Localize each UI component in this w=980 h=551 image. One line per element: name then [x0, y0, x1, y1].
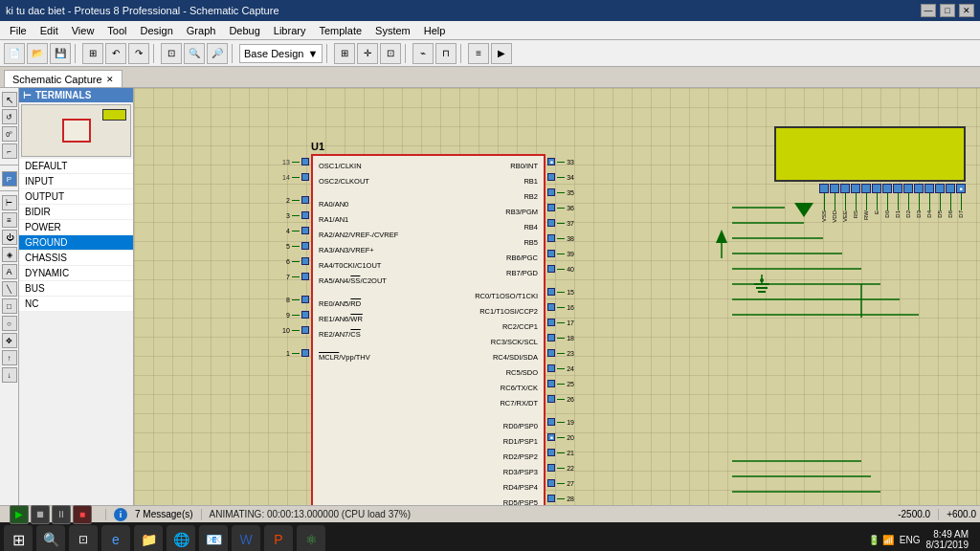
word-pinned[interactable]: W [232, 525, 260, 551]
wire-tool[interactable]: ⌐ [2, 143, 17, 159]
text-tool[interactable]: A [2, 264, 17, 279]
center-btn[interactable]: ✛ [357, 43, 378, 64]
lcd-pins-area: VSS VDD VEE RS RW [819, 184, 966, 223]
down-tool[interactable]: ↓ [2, 367, 17, 383]
zoom-out[interactable]: 🔎 [207, 43, 228, 64]
thumbnail-lcd [102, 109, 126, 121]
route2-btn[interactable]: ⊓ [435, 43, 457, 64]
lcd-pin-d1: D1 [893, 184, 902, 218]
maximize-button[interactable]: □ [940, 4, 955, 17]
pin-rd4: RD4/PSP4 [503, 479, 538, 495]
menu-debug[interactable]: Debug [223, 23, 265, 38]
draw-circle[interactable]: ○ [2, 316, 17, 331]
status-sep-1 [105, 509, 106, 520]
terminal-power[interactable]: POWER [19, 220, 133, 235]
lcd-pin-e: E [872, 184, 881, 214]
zoom-area[interactable]: ⊡ [161, 43, 182, 64]
pin-rb0: RB0/INT [510, 158, 538, 173]
terminal-dynamic[interactable]: DYNAMIC [19, 266, 133, 281]
ic-label: U1 [311, 141, 546, 152]
pause-button[interactable]: ⏸ [52, 505, 71, 524]
menu-file[interactable]: File [4, 23, 33, 38]
move-tool[interactable]: ✥ [2, 333, 17, 348]
tb-sep-5 [405, 44, 409, 63]
menu-help[interactable]: Help [418, 23, 452, 38]
left-tools: ↖ ↺ 0° ⌐ P ⊢ ≡ ⏻ ◈ A ╲ □ ○ ✥ ↑ ↓ [0, 88, 19, 505]
bus-tool[interactable]: ≡ [2, 212, 17, 228]
taskview-button[interactable]: ⊡ [69, 525, 98, 551]
probe-tool[interactable]: ◈ [2, 247, 17, 262]
menu-graph[interactable]: Graph [181, 23, 222, 38]
menu-design[interactable]: Design [135, 23, 179, 38]
zoom-in[interactable]: 🔍 [184, 43, 205, 64]
play-button[interactable]: ▶ [10, 505, 29, 524]
explorer-pinned[interactable]: 📁 [134, 525, 163, 551]
menu-template[interactable]: Template [313, 23, 368, 38]
new-btn[interactable]: 📄 [4, 43, 25, 64]
up-tool[interactable]: ↑ [2, 350, 17, 365]
terminal-bidir[interactable]: BIDIR [19, 205, 133, 220]
pin-rd1: RD1/PSP1 [503, 433, 538, 449]
terminal-chassis[interactable]: CHASSIS [19, 251, 133, 266]
tray-time: 8:49 AM 8/31/2019 [926, 529, 969, 550]
reset-button[interactable]: ■ [73, 505, 92, 524]
undo-btn[interactable]: ↶ [105, 43, 126, 64]
terminals-title: TERMINALS [35, 90, 91, 100]
menu-edit[interactable]: Edit [34, 23, 64, 38]
design-dropdown[interactable]: Base Design ▼ [239, 44, 323, 63]
terminal-tool[interactable]: ⊢ [2, 195, 17, 210]
menu-view[interactable]: View [66, 23, 100, 38]
menu-system[interactable]: System [369, 23, 416, 38]
lcd-pin-vdd: VDD [830, 184, 839, 223]
power-tool[interactable]: ⏻ [2, 230, 17, 245]
terminal-bus[interactable]: BUS [19, 281, 133, 297]
canvas-area[interactable]: U1 OSC1/CLKIN OSC2/CLKOUT RA0/AN0 RA1/AN… [134, 88, 980, 505]
terminal-default[interactable]: DEFAULT [19, 159, 133, 174]
tb-sep-2 [153, 44, 157, 63]
terminal-input[interactable]: INPUT [19, 174, 133, 189]
open-btn[interactable]: 📂 [27, 43, 48, 64]
grid-btn[interactable]: ⊞ [334, 43, 355, 64]
save-btn[interactable]: 💾 [50, 43, 71, 64]
terminal-nc[interactable]: NC [19, 297, 133, 312]
tab-bar: Schematic Capture ✕ [0, 67, 980, 88]
prop-btn[interactable]: ≡ [468, 43, 489, 64]
edge-pinned[interactable]: e [101, 525, 130, 551]
search-button[interactable]: 🔍 [36, 525, 65, 551]
snap-btn[interactable]: ⊡ [380, 43, 401, 64]
pin-ra0: RA0/AN0 [319, 196, 348, 211]
lcd-component [774, 126, 966, 182]
place-component[interactable]: P [2, 171, 17, 187]
app1-pinned[interactable]: 📧 [199, 525, 228, 551]
sim-btn[interactable]: ▶ [491, 43, 512, 64]
app2-pinned[interactable]: P [264, 525, 293, 551]
component-btn[interactable]: ⊞ [82, 43, 103, 64]
redo-btn[interactable]: ↷ [128, 43, 149, 64]
menu-library[interactable]: Library [268, 23, 312, 38]
close-button[interactable]: ✕ [959, 4, 974, 17]
chrome-pinned[interactable]: 🌐 [167, 525, 195, 551]
lcd-pin-vss: VSS [819, 184, 829, 222]
pin-rb4: RB4 [523, 219, 538, 234]
draw-box[interactable]: □ [2, 298, 17, 314]
route-btn[interactable]: ⌁ [412, 43, 434, 64]
taskbar: ⊞ 🔍 ⊡ e 📁 🌐 📧 W P ⚛ 🔋 📶 ENG 8:49 AM 8/31… [0, 522, 980, 551]
pin-rc7: RC7/RX/DT [500, 395, 538, 410]
pin-re2: RE2/AN7/CS [319, 326, 361, 342]
draw-line[interactable]: ╲ [2, 281, 17, 297]
terminal-ground[interactable]: GROUND [19, 235, 133, 251]
select-tool[interactable]: ↖ [2, 92, 17, 107]
start-button[interactable]: ⊞ [4, 525, 33, 551]
lcd-pin-d4: D4 [924, 184, 934, 218]
minimize-button[interactable]: — [921, 4, 936, 17]
ground-svg [750, 275, 774, 303]
tab-close-btn[interactable]: ✕ [106, 75, 114, 84]
angle-btn[interactable]: 0° [2, 126, 17, 142]
rotate-tool[interactable]: ↺ [2, 109, 17, 124]
pin-rb1: RB1 [523, 173, 538, 188]
stop-button[interactable]: ⏹ [31, 505, 50, 524]
terminal-output[interactable]: OUTPUT [19, 189, 133, 205]
menu-tool[interactable]: Tool [101, 23, 132, 38]
proteus-pinned[interactable]: ⚛ [297, 525, 325, 551]
tab-schematic[interactable]: Schematic Capture ✕ [4, 70, 122, 87]
